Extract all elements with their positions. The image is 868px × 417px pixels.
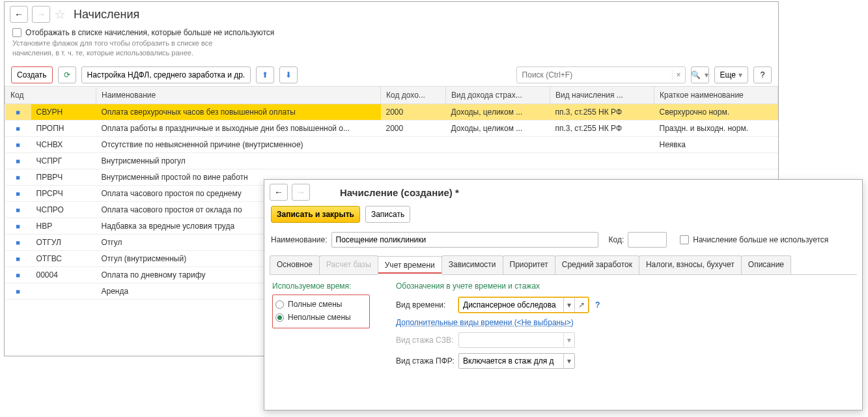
tab-7[interactable]: Описание [741,255,791,274]
row-bullet-icon: ◆ [14,173,22,182]
nav-back-button[interactable]: ← [10,6,28,23]
szv-combo[interactable]: ▾ [458,332,575,348]
save-button[interactable]: Записать [365,206,410,223]
magnifier-icon: 🔍 [691,70,701,79]
cell-name: Оплата работы в праздничные и выходные д… [96,120,381,136]
cell-itype [446,136,550,152]
pfr-input[interactable] [459,356,563,366]
tab-2[interactable]: Учет времени [378,256,442,275]
dlg-nav-back-button[interactable]: ← [270,184,288,201]
dropdown-icon[interactable]: ▾ [563,333,574,347]
search-input[interactable] [517,70,672,79]
move-down-button[interactable]: ⬇ [279,66,298,83]
cell-short: Сверхурочно норм. [654,104,778,120]
cell-income [381,136,446,152]
search-box: × [516,66,686,83]
arrow-left-icon: ← [274,188,283,197]
col-short-name[interactable]: Краткое наименование [654,86,778,104]
cell-name: Внутрисменный прогул [96,152,381,169]
search-clear-button[interactable]: × [672,70,685,79]
time-type-label: Вид времени: [396,300,455,309]
dropdown-icon[interactable]: ▾ [563,354,574,368]
cell-atype: пп.3, ст.255 НК РФ [550,104,654,120]
help-button[interactable]: ? [753,66,772,83]
shift-radio-group: Полные смены Неполные смены [272,295,370,328]
col-name[interactable]: Наименование [96,86,381,104]
cell-itype [446,152,550,169]
cell-itype: Доходы, целиком ... [446,120,550,136]
dialog-window: ← → Начисление (создание) * Записать и з… [264,179,863,410]
cell-atype: пп.3, ст.255 НК РФ [550,120,654,136]
cell-code: ПРВРЧ [31,169,96,185]
tab-body-time: Используемое время: Полные смены Неполны… [264,275,862,378]
row-bullet-icon: ◆ [14,287,22,296]
pfr-combo[interactable]: ▾ [458,353,575,369]
cell-code [31,283,96,299]
favorite-star-icon[interactable]: ☆ [54,7,66,22]
create-button[interactable]: Создать [11,66,53,83]
cell-income: 2000 [381,120,446,136]
tab-4[interactable]: Приоритет [503,255,555,274]
arrow-down-icon: ⬇ [285,70,292,79]
tab-3[interactable]: Зависимости [441,255,503,274]
main-toolbar: ← → ☆ Начисления [5,2,778,27]
hint-text: Установите флажок для того чтобы отобраз… [5,38,232,64]
cell-code: ЧСПРГ [31,152,96,169]
dialog-toolbar: ← → Начисление (создание) * [264,180,862,205]
cell-code: ОТГВС [31,250,96,266]
save-close-button[interactable]: Записать и закрыть [271,206,360,223]
move-up-button[interactable]: ⬆ [256,66,274,83]
col-code[interactable]: Код [5,86,96,104]
tab-5[interactable]: Средний заработок [555,255,639,274]
dlg-nav-forward-button[interactable]: → [292,184,310,201]
tab-6[interactable]: Налоги, взносы, бухучет [639,255,742,274]
col-income-type[interactable]: Вид дохода страх... [446,86,550,104]
radio-full-shift[interactable]: Полные смены [275,298,365,311]
table-row[interactable]: ◆ ЧСПРГ Внутрисменный прогул [5,152,778,169]
radio-icon [275,300,284,309]
cell-income: 2000 [381,104,446,120]
col-accrual-type[interactable]: Вид начисления ... [550,86,654,104]
radio-partial-shift[interactable]: Неполные смены [275,311,365,324]
row-bullet-icon: ◆ [14,108,22,117]
extra-time-link[interactable]: Дополнительные виды времени (<Не выбраны… [396,318,574,327]
name-input[interactable] [331,232,598,248]
pfr-label: Вид стажа ПФР: [396,356,455,366]
table-row[interactable]: ◆ ПРОПН Оплата работы в праздничные и вы… [5,120,778,136]
code-label: Код: [609,235,624,244]
inactive-checkbox[interactable] [680,235,689,244]
nav-forward-button[interactable]: → [32,6,50,23]
setup-button[interactable]: Настройка НДФЛ, среднего заработка и др. [81,66,251,83]
help-icon[interactable]: ? [595,300,600,309]
refresh-button[interactable]: ⟳ [58,66,76,83]
refresh-icon: ⟳ [64,70,70,79]
more-button[interactable]: Еще ▾ [714,66,748,83]
table-row[interactable]: ◆ ЧСНВХ Отсутствие по невыясненной причи… [5,136,778,152]
row-bullet-icon: ◆ [14,238,22,247]
row-bullet-icon: ◆ [14,141,22,149]
table-header-row: Код Наименование Код дохо... Вид дохода … [5,86,778,104]
left-column: Используемое время: Полные смены Неполны… [272,281,370,371]
arrow-right-icon: → [296,188,305,197]
szv-input[interactable] [459,336,563,345]
show-inactive-checkbox[interactable] [12,28,21,37]
open-icon[interactable]: ↗ [574,298,588,312]
action-bar: Создать ⟳ Настройка НДФЛ, среднего зараб… [5,64,778,86]
tab-0[interactable]: Основное [270,255,320,274]
table-row[interactable]: ◆ СВУРН Оплата сверхурочных часов без по… [5,104,778,120]
code-input[interactable] [628,232,667,248]
marks-section: Обозначения в учете времени и стажах [396,281,854,291]
show-inactive-label: Отображать в списке начисления, которые … [25,28,274,37]
used-time-section: Используемое время: [272,281,370,291]
row-bullet-icon: ◆ [14,255,22,263]
tab-1: Расчет базы [319,255,378,274]
inactive-label: Начисление больше не используется [693,235,828,244]
cell-atype [550,152,654,169]
page-title: Начисления [74,8,139,22]
lookup-button[interactable]: 🔍▾ [691,66,709,83]
time-type-input[interactable] [459,300,563,309]
cell-short [654,152,778,169]
dropdown-icon[interactable]: ▾ [563,298,574,312]
time-type-combo[interactable]: ▾ ↗ [458,297,589,313]
col-income-code[interactable]: Код дохо... [381,86,446,104]
